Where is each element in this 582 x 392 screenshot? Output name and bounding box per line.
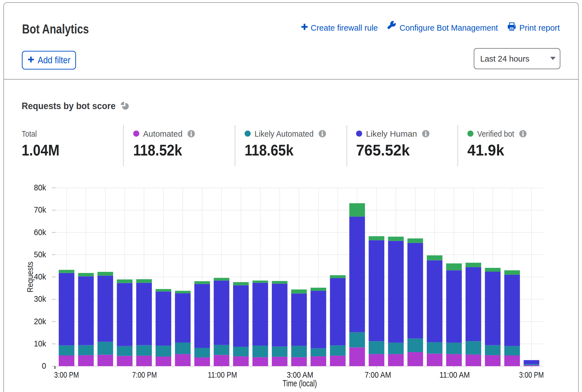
svg-text:Total: Total	[22, 129, 37, 138]
svg-text:10k: 10k	[34, 339, 46, 348]
svg-text:Last 24 hours: Last 24 hours	[480, 54, 529, 63]
svg-text:Print report: Print report	[519, 23, 560, 32]
svg-text:Configure Bot Management: Configure Bot Management	[400, 23, 498, 32]
svg-text:Create firewall rule: Create firewall rule	[311, 23, 378, 32]
svg-text:765.52k: 765.52k	[356, 141, 410, 159]
svg-text:80k: 80k	[34, 183, 46, 192]
svg-text:Bot Analytics: Bot Analytics	[22, 22, 89, 36]
svg-text:60k: 60k	[34, 227, 46, 237]
svg-text:20k: 20k	[34, 317, 46, 326]
svg-text:41.9k: 41.9k	[467, 141, 504, 159]
svg-text:3:00 AM: 3:00 AM	[287, 370, 313, 379]
svg-text:11:00 PM: 11:00 PM	[208, 370, 237, 379]
svg-text:Add filter: Add filter	[38, 55, 71, 65]
svg-text:7:00 PM: 7:00 PM	[132, 370, 157, 379]
svg-text:Verified bot: Verified bot	[477, 129, 515, 138]
svg-text:11:00 AM: 11:00 AM	[439, 370, 470, 379]
svg-text:118.65k: 118.65k	[245, 141, 294, 159]
svg-text:Likely Automated: Likely Automated	[254, 129, 313, 138]
svg-text:118.52k: 118.52k	[133, 141, 182, 159]
svg-text:3:00 PM: 3:00 PM	[519, 370, 544, 379]
svg-text:Time (local): Time (local)	[283, 379, 317, 388]
svg-text:Automated: Automated	[143, 129, 182, 138]
svg-text:7:00 AM: 7:00 AM	[365, 370, 391, 379]
svg-text:50k: 50k	[34, 250, 46, 259]
svg-text:Likely Human: Likely Human	[366, 129, 417, 138]
svg-text:40k: 40k	[34, 272, 46, 281]
svg-text:30k: 30k	[34, 294, 46, 303]
svg-text:3:00 PM: 3:00 PM	[54, 370, 79, 379]
svg-text:Requests by bot score: Requests by bot score	[22, 100, 116, 111]
svg-text:70k: 70k	[34, 205, 46, 214]
svg-text:0: 0	[42, 361, 46, 370]
svg-text:1.04M: 1.04M	[22, 141, 60, 159]
svg-text:Requests: Requests	[25, 262, 35, 292]
